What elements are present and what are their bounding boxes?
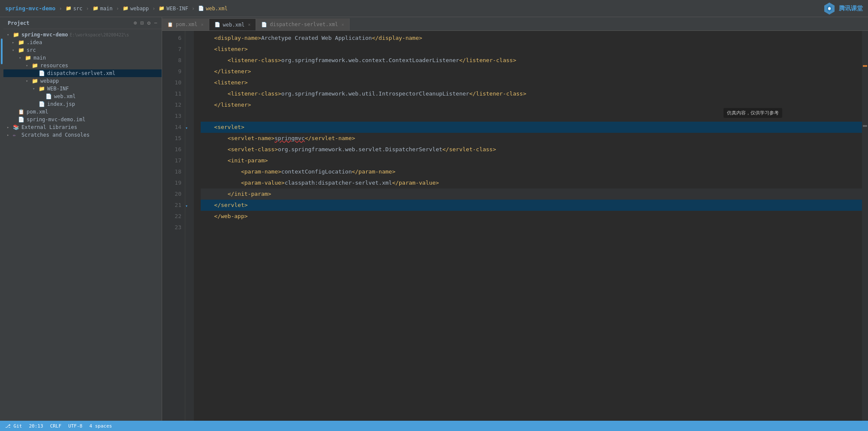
webxml-label: web.xml <box>54 93 76 99</box>
iml-label: spring-mvc-demo.iml <box>27 117 85 123</box>
line-numbers: 67891011121314151617181920212223 <box>164 31 185 421</box>
webxml-tab-icon: 📄 <box>214 22 220 27</box>
breadcrumb-src: 📁 src <box>66 6 83 12</box>
webxml-icon: 📄 <box>45 93 52 99</box>
scratches-icon: ✏ <box>13 132 20 138</box>
main-label: main <box>33 55 46 61</box>
tree-arrow-src <box>12 48 18 52</box>
sidebar-item-pom[interactable]: 📋 pom.xml <box>3 108 162 116</box>
sidebar-item-src[interactable]: 📁 src <box>3 46 162 54</box>
jsp-icon: 📄 <box>39 101 45 107</box>
tree-arrow-idea <box>12 40 18 45</box>
tab-pom[interactable]: 📋 pom.xml × <box>162 18 209 30</box>
resources-label: resources <box>40 63 68 69</box>
webinf-folder-icon: 📁 <box>39 86 45 92</box>
webapp-folder-icon: 📁 <box>32 78 39 84</box>
status-bar: ⎇ Git 20:13 CRLF UTF-8 4 spaces <box>0 421 868 431</box>
code-content[interactable]: <display-name>Archetype Created Web Appl… <box>194 31 862 421</box>
status-indent: 4 spaces <box>89 423 112 429</box>
right-gutter-marker <box>863 65 867 67</box>
tab-dispatcher[interactable]: 📄 dispatcher-serlvet.xml × <box>256 18 350 30</box>
sidebar-item-idea[interactable]: 📁 .idea <box>3 39 162 46</box>
sidebar: Project ⊕ ⊟ ⚙ − 📁 spring-mvc-demo E:\wor… <box>3 17 162 421</box>
pom-tab-close[interactable]: × <box>201 22 204 27</box>
tab-webxml[interactable]: 📄 web.xml × <box>209 18 256 30</box>
breadcrumb-file: 📄 web.xml <box>198 6 228 12</box>
sidebar-indicator <box>1 39 3 64</box>
tree-arrow <box>7 33 13 37</box>
idea-label: .idea <box>27 39 42 45</box>
folder-icon: 📁 <box>123 6 129 11</box>
project-name: spring-mvc-demo <box>5 5 55 12</box>
tree-root[interactable]: 📁 spring-mvc-demo E:\workspace\20200422\… <box>3 31 162 39</box>
breadcrumb-webapp: 📁 webapp <box>123 6 149 12</box>
folder-icon: 📁 <box>93 6 99 11</box>
sidebar-item-webinf[interactable]: 📁 WEB-INF <box>3 85 162 93</box>
right-gutter <box>862 31 868 421</box>
dispatcher-label: dispatcher-serlvet.xml <box>47 70 115 76</box>
pom-tab-label: pom.xml <box>176 21 198 27</box>
main-folder-icon: 📁 <box>25 55 32 61</box>
sidebar-item-resources[interactable]: 📁 resources <box>3 62 162 69</box>
folder-icon: 📁 <box>159 6 165 11</box>
sidebar-item-webxml[interactable]: 📄 web.xml <box>3 93 162 100</box>
root-label: spring-mvc-demo <box>21 32 68 38</box>
resources-folder-icon: 📁 <box>32 63 39 69</box>
sidebar-item-webapp[interactable]: 📁 webapp <box>3 77 162 85</box>
indexjsp-label: index.jsp <box>47 101 75 107</box>
status-git: ⎇ Git <box>5 423 22 429</box>
pom-tab-icon: 📋 <box>167 22 173 27</box>
sidebar-header: Project ⊕ ⊟ ⚙ − <box>3 17 162 29</box>
sidebar-left-bar <box>0 17 3 421</box>
gutter-icons: ▾▾ <box>185 31 194 421</box>
right-gutter-marker-2 <box>863 125 867 127</box>
status-line-col: 20:13 <box>29 423 43 429</box>
sidebar-item-scratches[interactable]: ✏ Scratches and Consoles <box>3 131 162 139</box>
minimize-icon[interactable]: − <box>154 20 157 26</box>
iml-icon: 📄 <box>18 117 25 123</box>
extlibs-icon: 📚 <box>13 124 20 130</box>
tree-arrow-resources <box>26 63 32 68</box>
src-label: src <box>27 47 36 53</box>
logo-icon <box>823 2 836 15</box>
sidebar-tree: 📁 spring-mvc-demo E:\workspace\20200422\… <box>3 29 162 421</box>
dispatcher-tab-label: dispatcher-serlvet.xml <box>270 21 338 27</box>
webxml-tab-close[interactable]: × <box>248 22 250 27</box>
tree-arrow-webinf <box>33 87 39 91</box>
new-file-icon[interactable]: ⊕ <box>134 20 137 26</box>
status-encoding: UTF-8 <box>68 423 82 429</box>
root-folder-icon: 📁 <box>13 32 20 38</box>
pom-icon: 📋 <box>18 109 25 115</box>
folder-icon: 📁 <box>66 6 72 11</box>
dispatcher-tab-close[interactable]: × <box>341 22 344 27</box>
extlibs-label: External Libraries <box>21 124 77 130</box>
main-area: Project ⊕ ⊟ ⚙ − 📁 spring-mvc-demo E:\wor… <box>0 17 868 421</box>
breadcrumb-main: 📁 main <box>93 6 113 12</box>
tree-arrow-webapp <box>26 79 32 83</box>
scratches-label: Scratches and Consoles <box>21 132 90 138</box>
webinf-label: WEB-INF <box>47 86 69 92</box>
tree-arrow-main <box>19 56 25 60</box>
code-editor[interactable]: 67891011121314151617181920212223 ▾▾ <dis… <box>162 31 868 421</box>
webapp-label: webapp <box>40 78 59 84</box>
settings-icon[interactable]: ⚙ <box>147 20 151 26</box>
src-folder-icon: 📁 <box>18 47 25 53</box>
root-path: E:\workspace\20200422\s <box>69 33 129 37</box>
sidebar-item-main[interactable]: 📁 main <box>3 54 162 62</box>
sidebar-title: Project <box>8 20 30 26</box>
watermark-logo: 腾讯课堂 <box>823 2 863 15</box>
xml-file-icon: 📄 <box>198 6 204 11</box>
tree-arrow-scratches <box>7 133 13 137</box>
sidebar-item-external-libs[interactable]: 📚 External Libraries <box>3 123 162 131</box>
editor-area: 📋 pom.xml × 📄 web.xml × 📄 dispatcher-ser… <box>162 17 868 421</box>
collapse-icon[interactable]: ⊟ <box>141 20 144 26</box>
sidebar-item-indexjsp[interactable]: 📄 index.jsp <box>3 100 162 108</box>
sidebar-item-dispatcher[interactable]: 📄 dispatcher-serlvet.xml <box>3 69 162 77</box>
dispatcher-xml-icon: 📄 <box>39 70 45 76</box>
status-crlf: CRLF <box>50 423 62 429</box>
tree-arrow-extlibs <box>7 125 13 129</box>
pom-label: pom.xml <box>27 109 48 115</box>
webxml-tab-label: web.xml <box>223 22 245 28</box>
sidebar-item-iml[interactable]: 📄 spring-mvc-demo.iml <box>3 116 162 123</box>
sidebar-toolbar: ⊕ ⊟ ⚙ − <box>134 20 157 26</box>
